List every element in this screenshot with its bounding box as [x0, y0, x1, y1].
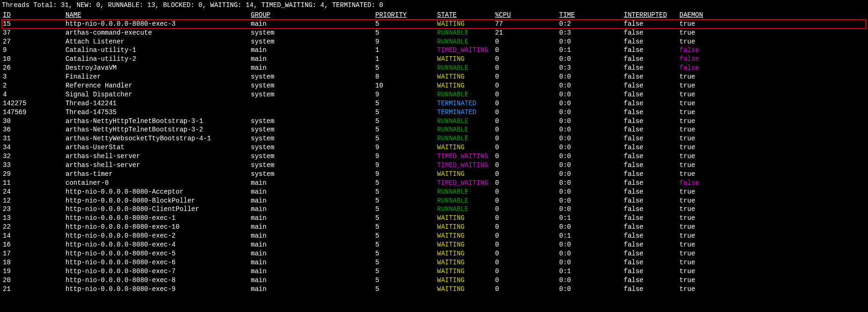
cell-daemon: true: [678, 170, 866, 179]
cell-daemon: true: [678, 214, 866, 223]
thread-row[interactable]: 30arthas-NettyHttpTelnetBootstrap-3-1sys…: [2, 117, 866, 126]
cell-state: WAITING: [436, 170, 494, 179]
thread-row[interactable]: 12http-nio-0.0.0.0-8080-BlockPollermain5…: [2, 196, 866, 205]
cell-priority: 10: [374, 81, 436, 90]
cell-daemon: true: [678, 37, 866, 46]
cell-id: 22: [2, 223, 65, 232]
cell-priority: 9: [374, 170, 436, 179]
thread-row[interactable]: 23http-nio-0.0.0.0-8080-ClientPollermain…: [2, 205, 866, 214]
cell-group: main: [250, 188, 374, 196]
cell-interrupted: false: [623, 188, 678, 196]
cell-state: TIMED_WAITING: [436, 161, 494, 170]
cell-group: main: [250, 20, 374, 29]
cell-name: http-nio-0.0.0.0-8080-exec-10: [65, 223, 250, 232]
thread-row[interactable]: 21http-nio-0.0.0.0-8080-exec-9main5WAITI…: [2, 285, 866, 294]
thread-row[interactable]: 15http-nio-0.0.0.0-8080-exec-3main5WAITI…: [2, 20, 866, 29]
cell-cpu: 0: [494, 37, 558, 46]
thread-row[interactable]: 147569Thread-1475355TERMINATED00:0falset…: [2, 108, 866, 117]
thread-row[interactable]: 11container-0main5TIMED_WAITING00:0false…: [2, 179, 866, 188]
thread-row[interactable]: 24http-nio-0.0.0.0-8080-Acceptormain5RUN…: [2, 188, 866, 196]
thread-row[interactable]: 33arthas-shell-serversystem9TIMED_WAITIN…: [2, 161, 866, 170]
thread-row[interactable]: 17http-nio-0.0.0.0-8080-exec-5main5WAITI…: [2, 249, 866, 258]
cell-cpu: 0: [494, 276, 558, 285]
cell-priority: 5: [374, 99, 436, 108]
thread-row[interactable]: 34arthas-UserStatsystem9WAITING00:0false…: [2, 143, 866, 152]
cell-time: 0:0: [558, 170, 623, 179]
thread-row[interactable]: 20http-nio-0.0.0.0-8080-exec-8main5WAITI…: [2, 276, 866, 285]
thread-row[interactable]: 14http-nio-0.0.0.0-8080-exec-2main5WAITI…: [2, 232, 866, 240]
cell-state: RUNNABLE: [436, 117, 494, 126]
thread-row[interactable]: 9Catalina-utility-1main1TIMED_WAITING00:…: [2, 46, 866, 55]
cell-name: Thread-142241: [65, 99, 250, 108]
thread-row[interactable]: 31arthas-NettyWebsocketTtyBootstrap-4-1s…: [2, 134, 866, 143]
cell-id: 27: [2, 37, 65, 46]
thread-row[interactable]: 36arthas-NettyHttpTelnetBootstrap-3-2sys…: [2, 125, 866, 134]
cell-time: 0:0: [558, 37, 623, 46]
thread-row[interactable]: 13http-nio-0.0.0.0-8080-exec-1main5WAITI…: [2, 214, 866, 223]
cell-state: WAITING: [436, 143, 494, 152]
thread-row[interactable]: 18http-nio-0.0.0.0-8080-exec-6main5WAITI…: [2, 258, 866, 267]
cell-interrupted: false: [623, 46, 678, 55]
cell-group: main: [250, 55, 374, 64]
cell-priority: 5: [374, 134, 436, 143]
cell-cpu: 0: [494, 99, 558, 108]
cell-group: system: [250, 161, 374, 170]
cell-priority: 5: [374, 223, 436, 232]
cell-state: WAITING: [436, 232, 494, 240]
cell-time: 0:0: [558, 99, 623, 108]
cell-state: WAITING: [436, 223, 494, 232]
cell-cpu: 0: [494, 152, 558, 161]
cell-cpu: 0: [494, 179, 558, 188]
cell-time: 0:0: [558, 285, 623, 294]
cell-interrupted: false: [623, 99, 678, 108]
thread-row[interactable]: 16http-nio-0.0.0.0-8080-exec-4main5WAITI…: [2, 240, 866, 249]
cell-cpu: 0: [494, 143, 558, 152]
cell-time: 0:2: [558, 20, 623, 29]
cell-group: system: [250, 134, 374, 143]
thread-row[interactable]: 3Finalizersystem8WAITING00:0falsetrue: [2, 73, 866, 81]
thread-row[interactable]: 22http-nio-0.0.0.0-8080-exec-10main5WAIT…: [2, 223, 866, 232]
cell-cpu: 0: [494, 214, 558, 223]
thread-row[interactable]: 4Signal Dispatchersystem9RUNNABLE00:0fal…: [2, 90, 866, 99]
cell-id: 11: [2, 179, 65, 188]
cell-cpu: 21: [494, 29, 558, 37]
thread-row[interactable]: 29arthas-timersystem9WAITING00:0falsetru…: [2, 170, 866, 179]
cell-time: 0:0: [558, 196, 623, 205]
cell-interrupted: false: [623, 64, 678, 73]
cell-id: 30: [2, 117, 65, 126]
thread-row[interactable]: 26DestroyJavaVMmain5RUNNABLE00:3falsefal…: [2, 64, 866, 73]
cell-state: RUNNABLE: [436, 196, 494, 205]
cell-priority: 8: [374, 73, 436, 81]
thread-row[interactable]: 2Reference Handlersystem10WAITING00:0fal…: [2, 81, 866, 90]
cell-interrupted: false: [623, 134, 678, 143]
cell-cpu: 0: [494, 108, 558, 117]
thread-row[interactable]: 32arthas-shell-serversystem9TIMED_WAITIN…: [2, 152, 866, 161]
thread-row[interactable]: 27Attach Listenersystem9RUNNABLE00:0fals…: [2, 37, 866, 46]
cell-id: 2: [2, 81, 65, 90]
cell-time: 0:1: [558, 46, 623, 55]
cell-cpu: 0: [494, 81, 558, 90]
cell-daemon: true: [678, 196, 866, 205]
cell-id: 9: [2, 46, 65, 55]
thread-row[interactable]: 37arthas-command-executesystem5RUNNABLE2…: [2, 29, 866, 37]
cell-daemon: true: [678, 108, 866, 117]
cell-group: main: [250, 214, 374, 223]
cell-priority: 5: [374, 249, 436, 258]
cell-state: WAITING: [436, 267, 494, 276]
cell-name: http-nio-0.0.0.0-8080-exec-2: [65, 232, 250, 240]
cell-time: 0:0: [558, 249, 623, 258]
cell-name: arthas-UserStat: [65, 143, 250, 152]
cell-interrupted: false: [623, 240, 678, 249]
cell-cpu: 0: [494, 232, 558, 240]
cell-time: 0:0: [558, 81, 623, 90]
cell-name: arthas-NettyHttpTelnetBootstrap-3-1: [65, 117, 250, 126]
cell-interrupted: false: [623, 37, 678, 46]
cell-daemon: true: [678, 117, 866, 126]
cell-name: arthas-timer: [65, 170, 250, 179]
cell-time: 0:0: [558, 55, 623, 64]
thread-row[interactable]: 142275Thread-1422415TERMINATED00:0falset…: [2, 99, 866, 108]
cell-group: main: [250, 223, 374, 232]
thread-row[interactable]: 10Catalina-utility-2main1WAITING00:0fals…: [2, 55, 866, 64]
thread-row[interactable]: 19http-nio-0.0.0.0-8080-exec-7main5WAITI…: [2, 267, 866, 276]
cell-priority: 9: [374, 90, 436, 99]
